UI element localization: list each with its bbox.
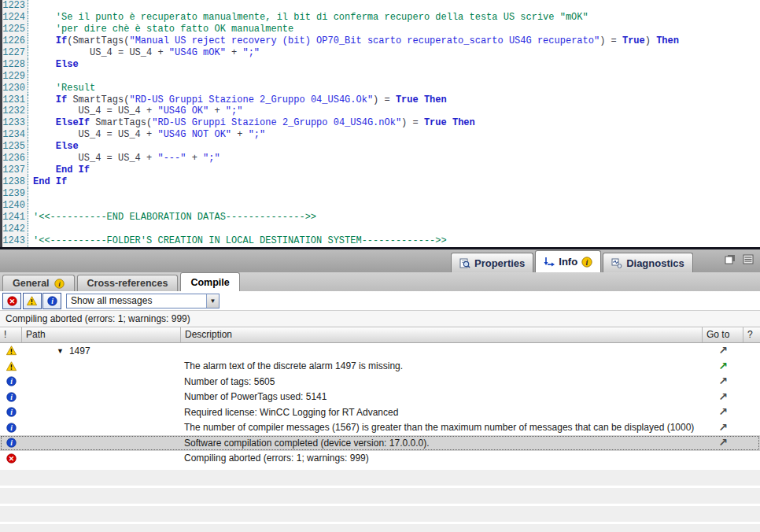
- svg-text:i: i: [51, 297, 53, 305]
- svg-text:i: i: [10, 408, 13, 416]
- warning-icon: [0, 361, 22, 371]
- goto-arrow-icon[interactable]: ↗: [718, 437, 728, 448]
- description-text: Compiling aborted (errors: 1; warnings: …: [181, 453, 703, 464]
- code-line[interactable]: 1243'<<----------FOLDER'S CREATION IN LO…: [0, 235, 760, 247]
- tab-info-label: Info: [559, 256, 577, 268]
- code-text: '<<----------END ELABORATION DATAS------…: [28, 212, 316, 224]
- subtab-general[interactable]: General i: [2, 275, 75, 291]
- filter-warnings-button[interactable]: [23, 293, 42, 309]
- message-row[interactable]: iRequired license: WinCC Logging for RT …: [0, 405, 760, 420]
- goto-arrow-icon[interactable]: ↗: [718, 406, 728, 417]
- code-line[interactable]: 1231 If SmartTags("RD-US Gruppi Stazione…: [0, 94, 760, 106]
- message-row[interactable]: iThe number of compiler messages (1567) …: [0, 420, 760, 436]
- tab-properties[interactable]: Properties: [451, 253, 533, 272]
- line-number: 1236: [2, 153, 28, 164]
- code-line[interactable]: 1232 US_4 = US_4 + "US4G OK" + ";": [0, 105, 760, 117]
- goto-cell: ↗: [703, 391, 743, 403]
- code-line[interactable]: 1237 End If: [0, 164, 760, 176]
- collapse-triangle-icon[interactable]: ▼: [57, 347, 64, 355]
- line-number: 1238: [2, 176, 28, 188]
- warning-icon: [27, 296, 37, 306]
- column-header-path[interactable]: Path: [22, 327, 181, 342]
- goto-cell: ↗: [703, 422, 743, 434]
- goto-cell: ↗: [703, 360, 743, 372]
- goto-arrow-icon[interactable]: ↗: [718, 391, 728, 402]
- subtab-cross-references[interactable]: Cross-references: [77, 275, 179, 291]
- message-row[interactable]: ▼1497↗: [0, 343, 760, 359]
- code-line[interactable]: 1235 Else: [0, 141, 760, 153]
- panel-layout-icon[interactable]: [743, 254, 754, 264]
- code-line[interactable]: 1240: [0, 200, 760, 212]
- line-number: 1241: [2, 212, 28, 224]
- message-row[interactable]: iSoftware compilation completed (device …: [0, 435, 760, 451]
- dropdown-arrow-icon[interactable]: ▼: [206, 294, 219, 308]
- error-icon: ✕: [0, 453, 22, 464]
- code-line[interactable]: 1239: [0, 188, 760, 200]
- goto-cell: ↗: [703, 345, 743, 357]
- message-filter-dropdown[interactable]: Show all messages ▼: [66, 294, 220, 308]
- code-text: If SmartTags("RD-US Gruppi Stazione 2_Gr…: [28, 94, 447, 106]
- inspector-tabbar: Properties Info i Diagnostics: [0, 249, 760, 272]
- svg-text:i: i: [10, 438, 13, 447]
- description-text: Software compilation completed (device v…: [181, 438, 703, 449]
- filter-info-button[interactable]: i: [42, 293, 61, 309]
- code-line[interactable]: 1236 US_4 = US_4 + "---" + ";": [0, 153, 760, 164]
- tab-diagnostics[interactable]: Diagnostics: [603, 253, 693, 272]
- svg-text:i: i: [58, 279, 61, 287]
- subtab-cross-references-label: Cross-references: [87, 278, 168, 289]
- line-number: 1230: [2, 83, 28, 94]
- line-number: 1226: [2, 35, 28, 47]
- message-row[interactable]: iNumber of tags: 5605↗: [0, 374, 760, 390]
- subtab-general-label: General: [13, 278, 50, 289]
- line-number: 1242: [2, 224, 28, 235]
- code-line[interactable]: 1229: [0, 71, 760, 83]
- message-row[interactable]: The alarm text of the discrete alarm 149…: [0, 359, 760, 375]
- tab-info[interactable]: Info i: [535, 250, 601, 272]
- message-filter-value: Show all messages: [67, 295, 206, 306]
- code-line[interactable]: 1230 'Result: [0, 83, 760, 94]
- svg-text:i: i: [10, 377, 13, 386]
- column-header-description[interactable]: Description: [181, 327, 703, 342]
- line-number: 1227: [2, 47, 28, 59]
- code-line[interactable]: 1242: [0, 224, 760, 235]
- goto-arrow-icon[interactable]: ↗: [718, 375, 728, 386]
- column-header-help[interactable]: ?: [743, 327, 760, 342]
- code-line[interactable]: 1234 US_4 = US_4 + "US4G NOT OK" + ";": [0, 129, 760, 141]
- goto-arrow-icon[interactable]: ↗: [718, 422, 728, 433]
- tab-properties-label: Properties: [474, 257, 525, 269]
- code-line[interactable]: 1225 'per dire chè è stato fatto OK manu…: [0, 24, 760, 35]
- code-line[interactable]: 1224 'Se il punto è recuperato manualmen…: [0, 12, 760, 24]
- path-cell: ▼1497: [22, 345, 181, 357]
- code-line[interactable]: 1226 If(SmartTags("Manual US reject reco…: [0, 35, 760, 47]
- goto-arrow-icon[interactable]: ↗: [718, 360, 728, 371]
- code-line[interactable]: 1227 US_4 = US_4 + "US4G mOK" + ";": [0, 47, 760, 59]
- goto-arrow-icon[interactable]: ↗: [718, 345, 728, 356]
- code-line[interactable]: 1238End If: [0, 176, 760, 188]
- goto-cell: ↗: [703, 406, 743, 418]
- column-header-goto[interactable]: Go to: [703, 327, 743, 342]
- code-text: US_4 = US_4 + "---" + ";": [28, 153, 220, 164]
- filter-errors-button[interactable]: ✕: [2, 293, 21, 309]
- message-row[interactable]: iNumber of PowerTags used: 5141↗: [0, 390, 760, 405]
- subtab-compile[interactable]: Compile: [180, 272, 239, 291]
- line-number: 1235: [2, 141, 28, 153]
- column-header-severity[interactable]: !: [0, 327, 22, 342]
- tab-diagnostics-label: Diagnostics: [626, 257, 684, 269]
- code-line[interactable]: 1233 ElseIf SmartTags("RD-US Gruppi Staz…: [0, 117, 760, 129]
- code-text: ElseIf SmartTags("RD-US Gruppi Stazione …: [28, 117, 475, 129]
- code-text: If(SmartTags("Manual US reject recovery …: [28, 35, 679, 47]
- code-line[interactable]: 1241'<<----------END ELABORATION DATAS--…: [0, 212, 760, 224]
- svg-text:i: i: [586, 257, 588, 266]
- script-editor[interactable]: 12231224 'Se il punto è recuperato manua…: [0, 0, 760, 247]
- message-row[interactable]: ✕Compiling aborted (errors: 1; warnings:…: [0, 451, 760, 467]
- message-table-header: ! Path Description Go to ?: [0, 327, 760, 343]
- line-number: 1234: [2, 129, 28, 141]
- description-text: Number of tags: 5605: [181, 376, 703, 387]
- code-line[interactable]: 1228 Else: [0, 59, 760, 71]
- code-text: US_4 = US_4 + "US4G mOK" + ";": [28, 47, 260, 59]
- info-icon: i: [0, 438, 22, 448]
- float-panel-icon[interactable]: [725, 254, 736, 264]
- error-icon: ✕: [7, 296, 17, 306]
- code-line[interactable]: 1223: [0, 0, 760, 12]
- line-number: 1239: [2, 188, 28, 200]
